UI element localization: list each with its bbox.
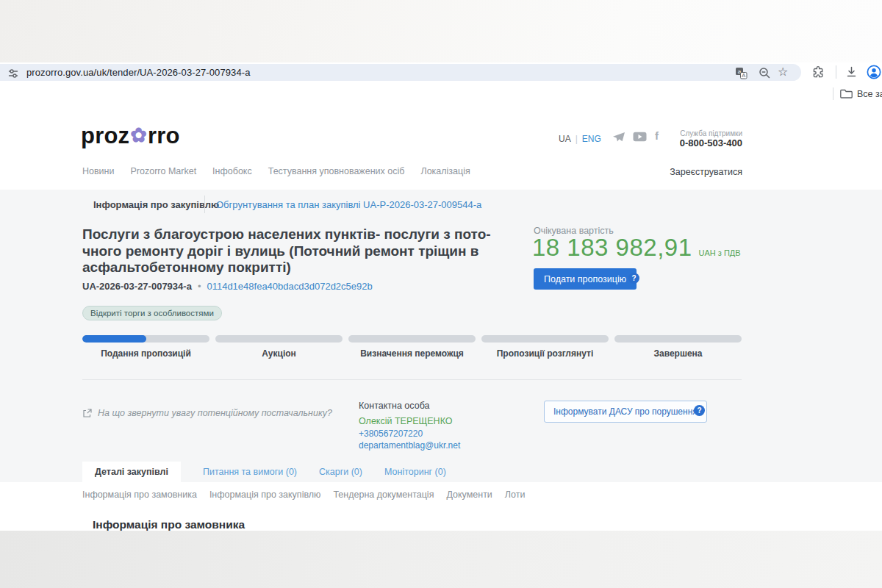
submit-proposal-button[interactable]: Подати пропозицію	[534, 268, 637, 290]
browser-toolbar: prozorro.gov.ua/uk/tender/UA-2026-03-27-…	[0, 62, 882, 82]
stage-label: Визначення переможця	[348, 348, 476, 359]
language-switcher: UA | ENG	[559, 134, 601, 144]
tab-questions[interactable]: Питання та вимоги (0)	[203, 467, 297, 477]
profile-avatar-icon[interactable]	[867, 65, 881, 79]
lang-eng[interactable]: ENG	[582, 134, 601, 144]
nav-item-market[interactable]: Prozorro Market	[131, 166, 197, 176]
supplier-note-link[interactable]: На що звернути увагу потенційному постач…	[82, 408, 332, 418]
stage-segment	[348, 335, 476, 343]
stage-label: Аукціон	[215, 348, 343, 359]
support-contact: Служба підтримки 0-800-503-400	[680, 129, 742, 148]
telegram-icon[interactable]	[612, 132, 625, 143]
tab-monitoring[interactable]: Моніторинг (0)	[384, 467, 446, 477]
toolbar-divider	[836, 65, 836, 79]
contact-block: Контактна особа Олексій ТЕРЕЩЕНКО +38056…	[359, 401, 460, 451]
contact-phone[interactable]: +380567207220	[359, 429, 460, 440]
folder-icon[interactable]	[840, 88, 853, 99]
bookmarks-folder-label[interactable]: Все зак	[857, 89, 882, 99]
stage-segment	[215, 335, 343, 343]
external-link-icon	[82, 409, 92, 418]
support-phone: 0-800-503-400	[680, 138, 742, 149]
stage-segment	[481, 335, 609, 343]
id-separator: •	[198, 281, 201, 292]
stage-segment	[82, 335, 209, 343]
subnav-documents[interactable]: Документи	[446, 490, 492, 500]
nav-item-testing[interactable]: Тестування уповноважених осіб	[268, 166, 405, 176]
zoom-out-icon[interactable]	[759, 67, 771, 79]
stage-label: Завершена	[614, 348, 742, 359]
svg-text:A: A	[742, 72, 745, 79]
tender-hash-link[interactable]: 0114d1e48fea40bdacd3d072d2c5e92b	[207, 281, 372, 292]
contact-email[interactable]: departamentblag@ukr.net	[359, 441, 460, 451]
screen: prozorro.gov.ua/uk/tender/UA-2026-03-27-…	[0, 0, 882, 588]
youtube-icon[interactable]	[633, 132, 647, 142]
site-settings-icon[interactable]	[7, 68, 19, 79]
tender-title: Послуги з благоустрою населених пунктів-…	[82, 226, 509, 276]
address-bar[interactable]: prozorro.gov.ua/uk/tender/UA-2026-03-27-…	[0, 64, 801, 81]
contact-name: Олексій ТЕРЕЩЕНКО	[359, 416, 460, 426]
lang-ua[interactable]: UA	[559, 134, 571, 144]
bookmarks-bar: Все зак	[0, 82, 882, 105]
tab-justification-link[interactable]: Обгрунтування та план закупівлі UA-P-202…	[216, 199, 481, 210]
nav-item-localization[interactable]: Локалізація	[420, 166, 470, 176]
stage-label: Подання пропозицій	[82, 348, 209, 359]
stage-progress-bar	[82, 335, 742, 343]
subnav-purchase-info[interactable]: Інформація про закупівлю	[209, 490, 321, 500]
register-link[interactable]: Зареєструватися	[670, 167, 742, 177]
lang-separator: |	[576, 134, 578, 144]
bookmark-star-icon[interactable]: ☆	[778, 65, 788, 79]
extensions-puzzle-icon[interactable]	[811, 65, 825, 79]
expected-value-currency: UAH з ПДВ	[699, 248, 741, 257]
supplier-note-text: На що звернути увагу потенційному постач…	[98, 408, 332, 418]
prozorro-page: proz✿rro UA | ENG f Служба підтримки 0-8…	[0, 105, 882, 531]
tab-divider	[204, 196, 205, 213]
tender-section: Інформація про закупівлю Обгрунтування т…	[0, 190, 882, 482]
bookmarks-divider	[833, 87, 833, 100]
prozorro-logo[interactable]: proz✿rro	[81, 123, 180, 149]
subnav-buyer-info[interactable]: Інформація про замовника	[82, 490, 197, 500]
translate-icon[interactable]: a A	[735, 67, 747, 79]
facebook-icon[interactable]: f	[655, 129, 659, 142]
window-bottom-blur	[0, 531, 882, 588]
detail-subnav: Інформація про замовника Інформація про …	[82, 490, 525, 500]
status-badge: Відкриті торги з особливостями	[82, 306, 222, 320]
stage-labels: Подання пропозицій Аукціон Визначення пе…	[82, 348, 742, 359]
expected-value-amount: 18 183 982,91	[532, 234, 692, 262]
tender-id-row: UA-2026-03-27-007934-a • 0114d1e48fea40b…	[82, 281, 373, 292]
buyer-info-heading: Інформація про замовника	[93, 518, 245, 531]
expected-value: 18 183 982,91 UAH з ПДВ	[532, 234, 741, 262]
section-divider	[82, 379, 742, 380]
nav-item-infobox[interactable]: Інфобокс	[212, 166, 252, 176]
stage-label: Пропозиції розглянуті	[481, 348, 609, 359]
subnav-tender-docs[interactable]: Тендерна документація	[333, 490, 434, 500]
subnav-lots[interactable]: Лоти	[505, 490, 526, 500]
tab-complaints[interactable]: Скарги (0)	[319, 467, 362, 477]
tab-purchase-details[interactable]: Деталі закупівлі	[82, 462, 181, 482]
tab-tender-info[interactable]: Інформація про закупівлю	[93, 199, 219, 210]
stage-segment	[614, 335, 742, 343]
logo-flower-icon: ✿	[129, 124, 148, 146]
tender-id: UA-2026-03-27-007934-a	[82, 281, 192, 292]
window-top-blur	[0, 0, 882, 62]
report-violation-button[interactable]: Інформувати ДАСУ про порушення	[544, 401, 707, 423]
support-label: Служба підтримки	[680, 129, 742, 138]
download-icon[interactable]	[845, 65, 858, 78]
nav-item-news[interactable]: Новини	[82, 166, 115, 176]
contact-label: Контактна особа	[359, 401, 460, 411]
url-text[interactable]: prozorro.gov.ua/uk/tender/UA-2026-03-27-…	[26, 67, 250, 78]
submit-help-icon[interactable]: ?	[628, 273, 639, 284]
main-nav: Новини Prozorro Market Інфобокс Тестуван…	[82, 166, 470, 176]
detail-tabbar: Деталі закупівлі Питання та вимоги (0) С…	[82, 462, 446, 482]
report-help-icon[interactable]: ?	[694, 405, 705, 416]
